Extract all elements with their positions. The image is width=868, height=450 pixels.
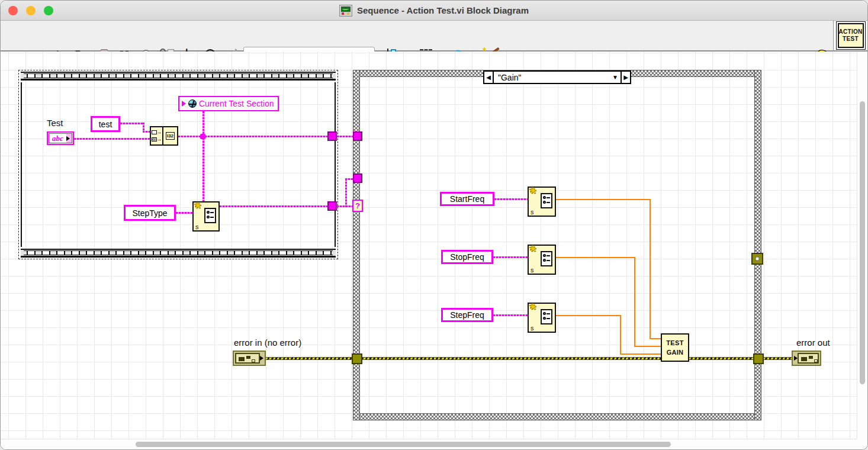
string-wire[interactable] [120, 123, 144, 124]
case-structure-border-right[interactable] [754, 70, 761, 420]
string-wire[interactable] [220, 205, 329, 207]
vi-icon-line1: ACTION [838, 28, 862, 36]
terminal-arrow-icon [66, 136, 70, 141]
error-cluster-icon [235, 353, 260, 364]
case-output-tunnel[interactable] [751, 253, 763, 265]
steptype-string-constant[interactable]: StepType [124, 205, 176, 221]
horizontal-scrollbar-thumb[interactable] [136, 442, 671, 447]
error-tunnel-right[interactable] [753, 353, 764, 364]
string-wire[interactable] [202, 111, 204, 202]
sequence-film-border-bottom [21, 249, 336, 258]
window-title: Sequence - Action Test.vi Block Diagram [357, 5, 529, 15]
string-wire[interactable] [345, 179, 347, 207]
error-out-terminal[interactable] [792, 351, 821, 366]
string-wire[interactable] [176, 212, 192, 214]
global-arrow-icon [182, 101, 186, 107]
string-wire[interactable] [74, 138, 150, 140]
error-in-terminal[interactable] [233, 351, 266, 366]
sequence-tunnel[interactable] [327, 201, 337, 211]
string-wire[interactable] [494, 198, 528, 200]
numeric-wire[interactable] [556, 315, 621, 316]
document-icon [204, 208, 216, 223]
close-button[interactable] [8, 6, 18, 15]
test-string-control-terminal[interactable]: abc [47, 131, 74, 145]
toolbar: ↻ ↳ [1, 21, 867, 52]
string-wire[interactable] [337, 136, 355, 137]
subvi-line2: GAIN [667, 348, 684, 358]
config-read-node[interactable]: s [528, 187, 556, 217]
case-tunnel[interactable] [353, 131, 362, 141]
vi-document-icon [339, 5, 352, 17]
case-selector-terminal[interactable]: ? [352, 200, 363, 212]
error-wire[interactable] [266, 357, 793, 360]
error-out-label: error out [796, 338, 830, 348]
error-in-label: error in (no error) [234, 338, 301, 348]
global-variable[interactable]: Current Test Section [178, 96, 279, 111]
case-structure-border-bottom[interactable] [353, 413, 761, 420]
case-next-icon[interactable]: ▶ [621, 72, 630, 83]
case-selector-label[interactable]: ◀ "Gain" ▼ ▶ [483, 70, 631, 84]
globe-icon [188, 99, 197, 108]
case-tunnel[interactable] [353, 173, 362, 183]
case-name[interactable]: "Gain" [494, 72, 610, 83]
vertical-scrollbar-track[interactable] [857, 52, 867, 439]
test-gain-subvi[interactable]: TEST GAIN [661, 333, 689, 362]
block-diagram-canvas[interactable]: ◀ "Gain" ▼ ▶ [1, 52, 857, 439]
config-read-node[interactable]: s [192, 201, 220, 232]
vertical-scrollbar-thumb[interactable] [860, 101, 865, 384]
vi-icon-button[interactable]: ACTION TEST [836, 21, 866, 50]
string-wire[interactable] [143, 131, 150, 133]
match-pattern-node[interactable]: I32 [150, 126, 178, 146]
zoom-button[interactable] [44, 6, 53, 15]
scrollbar-corner [857, 439, 867, 449]
startfreq-string-constant[interactable]: StartFreq [440, 192, 494, 206]
string-type-glyph: abc [49, 134, 66, 143]
minimize-button[interactable] [26, 6, 36, 15]
wire-junction[interactable] [200, 134, 205, 139]
title-bar: Sequence - Action Test.vi Block Diagram [1, 1, 867, 21]
error-tunnel-left[interactable] [352, 353, 362, 364]
case-structure-border-left[interactable] [353, 70, 360, 420]
numeric-wire[interactable] [634, 346, 661, 347]
match-pattern-inputs-icon [151, 127, 163, 144]
numeric-wire[interactable] [556, 199, 651, 200]
terminal-arrow-icon [260, 356, 263, 361]
config-read-node[interactable]: s [528, 245, 556, 275]
test-control-label: Test [47, 118, 63, 128]
error-cluster-icon [798, 353, 819, 364]
numeric-wire[interactable] [650, 338, 661, 339]
numeric-wire[interactable] [620, 353, 661, 355]
case-dropdown-icon[interactable]: ▼ [610, 72, 621, 83]
sequence-film-border-top [21, 72, 336, 81]
document-icon [541, 251, 552, 266]
vi-icon-panel: ACTION TEST [833, 21, 867, 52]
document-icon [541, 309, 552, 324]
numeric-wire[interactable] [650, 199, 651, 339]
config-read-node[interactable]: s [528, 303, 556, 333]
numeric-wire[interactable] [620, 315, 621, 354]
i32-glyph: I32 [166, 132, 175, 140]
numeric-wire[interactable] [634, 257, 635, 346]
document-icon [541, 193, 552, 208]
string-subtype-letter: s [195, 224, 199, 230]
app-window: Sequence - Action Test.vi Block Diagram … [0, 0, 868, 450]
global-variable-name: Current Test Section [199, 99, 274, 108]
vi-icon-line2: TEST [843, 36, 859, 43]
case-prev-icon[interactable]: ◀ [484, 72, 494, 83]
horizontal-scrollbar-track[interactable] [1, 439, 857, 449]
string-wire[interactable] [493, 256, 528, 258]
subvi-line1: TEST [666, 338, 683, 348]
stopfreq-string-constant[interactable]: StopFreq [441, 250, 493, 264]
stepfreq-string-constant[interactable]: StepFreq [441, 308, 493, 322]
numeric-wire[interactable] [556, 257, 635, 258]
string-wire[interactable] [493, 314, 528, 316]
test-string-constant[interactable]: test [91, 116, 120, 132]
sequence-tunnel[interactable] [327, 131, 337, 141]
